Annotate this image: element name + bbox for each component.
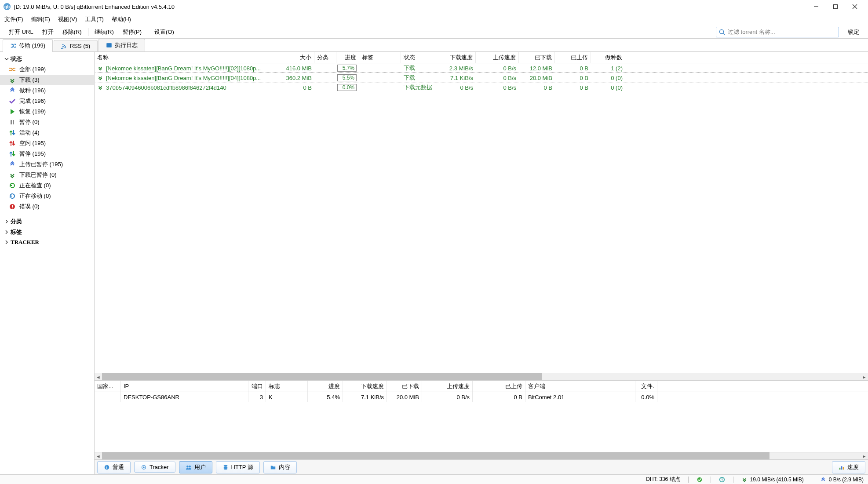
menu-help[interactable]: 帮助(H) xyxy=(112,15,131,23)
search-box[interactable] xyxy=(716,27,839,37)
status-dht[interactable]: DHT: 336 结点 xyxy=(646,476,680,483)
status-up-speed[interactable]: 0 B/s (2.9 MiB) xyxy=(820,477,864,483)
column-status[interactable]: 状态 xyxy=(401,52,436,63)
scroll-left-icon[interactable]: ◂ xyxy=(95,452,102,460)
users-icon xyxy=(186,464,192,470)
sidebar-item-downloading[interactable]: 下载 (3) xyxy=(0,75,94,85)
peer-col-progress[interactable]: 进度 xyxy=(308,381,343,392)
toolbar-open-url[interactable]: 打开 URL xyxy=(4,28,38,36)
toolbar-settings[interactable]: 设置(O) xyxy=(150,28,179,36)
peer-col-flags[interactable]: 标志 xyxy=(266,381,308,392)
column-uploaded[interactable]: 已上传 xyxy=(555,52,591,63)
dtab-content[interactable]: 内容 xyxy=(263,461,297,473)
sidebar-item-label: 完成 (196) xyxy=(19,97,46,105)
info-icon xyxy=(104,464,110,470)
sidebar-item-moving[interactable]: 正在移动 (0) xyxy=(0,191,94,201)
scroll-right-icon[interactable]: ▸ xyxy=(861,373,868,381)
dtab-http[interactable]: HTTP 源 xyxy=(216,461,260,473)
peer-col-ip[interactable]: IP xyxy=(121,381,248,392)
dtab-label: 用户 xyxy=(194,463,206,471)
minimize-button[interactable] xyxy=(812,2,821,11)
sidebar-item-checking[interactable]: 正在检查 (0) xyxy=(0,180,94,191)
sidebar-item-stalled-up[interactable]: 上传已暂停 (195) xyxy=(0,159,94,170)
toolbar-lock[interactable]: 锁定 xyxy=(843,28,864,36)
column-category[interactable]: 分类 xyxy=(314,52,336,63)
column-name[interactable]: 名称 xyxy=(95,52,279,63)
tab-transfers[interactable]: 传输 (199) xyxy=(3,39,53,52)
peer-col-uspd[interactable]: 上传速度 xyxy=(422,381,473,392)
sidebar-item-stalled[interactable]: 暂停 (195) xyxy=(0,149,94,159)
menu-tools[interactable]: 工具(T) xyxy=(85,15,104,23)
peer-col-dl[interactable]: 已下载 xyxy=(387,381,422,392)
folder-icon xyxy=(270,464,276,470)
dtab-peers[interactable]: 用户 xyxy=(179,461,212,473)
torrent-hscroll[interactable]: ◂ ▸ xyxy=(95,373,868,380)
toolbar-remove[interactable]: 移除(R) xyxy=(58,28,86,36)
tab-log[interactable]: 执行日志 xyxy=(98,39,145,51)
status-connection-icon[interactable] xyxy=(697,477,703,483)
menu-view[interactable]: 视图(V) xyxy=(58,15,77,23)
sidebar-item-active[interactable]: 活动 (4) xyxy=(0,127,94,138)
peer-col-dspd[interactable]: 下载速度 xyxy=(343,381,387,392)
sidebar-item-seeding[interactable]: 做种 (196) xyxy=(0,85,94,96)
sidebar-categories-header[interactable]: 分类 xyxy=(0,216,94,227)
refresh-icon xyxy=(9,182,16,189)
column-tags[interactable]: 标签 xyxy=(359,52,401,63)
sidebar-item-label: 活动 (4) xyxy=(19,129,40,137)
scroll-left-icon[interactable]: ◂ xyxy=(95,373,102,381)
peer-row[interactable]: DESKTOP-GS86ANR3K5.4%7.1 KiB/s20.0 MiB0 … xyxy=(95,392,868,402)
peer-col-ul[interactable]: 已上传 xyxy=(473,381,525,392)
status-down-value: 19.0 MiB/s (410.5 MiB) xyxy=(750,477,804,483)
dtab-speed[interactable]: 速度 xyxy=(832,461,865,473)
peers-table-header[interactable]: 国家... IP 端口 标志 进度 下载速度 已下载 上传速度 已上传 客户端 … xyxy=(95,381,868,392)
window-title: [D: 19.0 MiB/s, U: 0 B/s] qBittorrent En… xyxy=(14,4,812,10)
sidebar-header-label: 标签 xyxy=(11,228,22,236)
status-alt-speed-icon[interactable] xyxy=(719,477,725,483)
scroll-right-icon[interactable]: ▸ xyxy=(861,452,868,460)
updown-icon xyxy=(9,129,16,136)
maximize-button[interactable] xyxy=(831,2,840,11)
sidebar-item-stalled-down[interactable]: 下载已暂停 (0) xyxy=(0,170,94,180)
column-progress[interactable]: 进度 xyxy=(336,52,359,63)
toolbar-open[interactable]: 打开 xyxy=(38,28,58,36)
torrent-row[interactable]: [Nekomoe kissaten][BanG Dream! It's MyGO… xyxy=(95,73,868,83)
sidebar-status-header[interactable]: 状态 xyxy=(0,54,94,64)
sidebar-item-resumed[interactable]: 恢复 (199) xyxy=(0,106,94,117)
toolbar-resume[interactable]: 继续(R) xyxy=(90,28,118,36)
column-downloaded[interactable]: 已下载 xyxy=(519,52,555,63)
peers-hscroll[interactable]: ◂ ▸ xyxy=(95,452,868,459)
sidebar: 状态 全部 (199) 下载 (3) 做种 (196) 完成 (196) 恢复 … xyxy=(0,52,95,474)
menu-file[interactable]: 文件(F) xyxy=(4,15,23,23)
main-tabs: 传输 (199) RSS (5) 执行日志 xyxy=(0,39,868,52)
torrent-table-header[interactable]: 名称 大小 分类 进度 标签 状态 下载速度 上传速度 已下载 已上传 做种数 xyxy=(95,52,868,63)
svg-rect-10 xyxy=(12,207,13,208)
torrent-table[interactable]: 名称 大小 分类 进度 标签 状态 下载速度 上传速度 已下载 已上传 做种数 … xyxy=(95,52,868,373)
column-seeds[interactable]: 做种数 xyxy=(591,52,625,63)
close-button[interactable] xyxy=(850,2,859,11)
peer-col-port[interactable]: 端口 xyxy=(248,381,266,392)
sidebar-item-completed[interactable]: 完成 (196) xyxy=(0,96,94,106)
torrent-row[interactable]: [Nekomoe kissaten][BanG Dream! It's MyGO… xyxy=(95,63,868,73)
menu-edit[interactable]: 编辑(E) xyxy=(31,15,50,23)
column-up-speed[interactable]: 上传速度 xyxy=(476,52,519,63)
sidebar-item-label: 错误 (0) xyxy=(19,203,40,211)
dtab-general[interactable]: 普通 xyxy=(97,461,131,473)
column-down-speed[interactable]: 下载速度 xyxy=(436,52,476,63)
peer-col-client[interactable]: 客户端 xyxy=(525,381,635,392)
peers-table[interactable]: 国家... IP 端口 标志 进度 下载速度 已下载 上传速度 已上传 客户端 … xyxy=(95,381,868,452)
sidebar-item-errored[interactable]: 错误 (0) xyxy=(0,201,94,212)
toolbar-pause[interactable]: 暂停(P) xyxy=(118,28,146,36)
sidebar-item-paused[interactable]: 暂停 (0) xyxy=(0,117,94,127)
tab-rss[interactable]: RSS (5) xyxy=(54,40,98,51)
sidebar-item-all[interactable]: 全部 (199) xyxy=(0,64,94,75)
column-size[interactable]: 大小 xyxy=(279,52,314,63)
sidebar-tracker-header[interactable]: TRACKER xyxy=(0,237,94,247)
search-input[interactable] xyxy=(728,29,836,35)
peer-col-country[interactable]: 国家... xyxy=(95,381,121,392)
status-down-speed[interactable]: 19.0 MiB/s (410.5 MiB) xyxy=(741,477,804,483)
sidebar-item-inactive[interactable]: 空闲 (195) xyxy=(0,138,94,149)
torrent-row[interactable]: 370b5740946006b081cdffb8986f846272f4d140… xyxy=(95,83,868,92)
peer-col-file[interactable]: 文件. xyxy=(635,381,657,392)
dtab-tracker[interactable]: Tracker xyxy=(134,462,175,473)
sidebar-tags-header[interactable]: 标签 xyxy=(0,227,94,237)
